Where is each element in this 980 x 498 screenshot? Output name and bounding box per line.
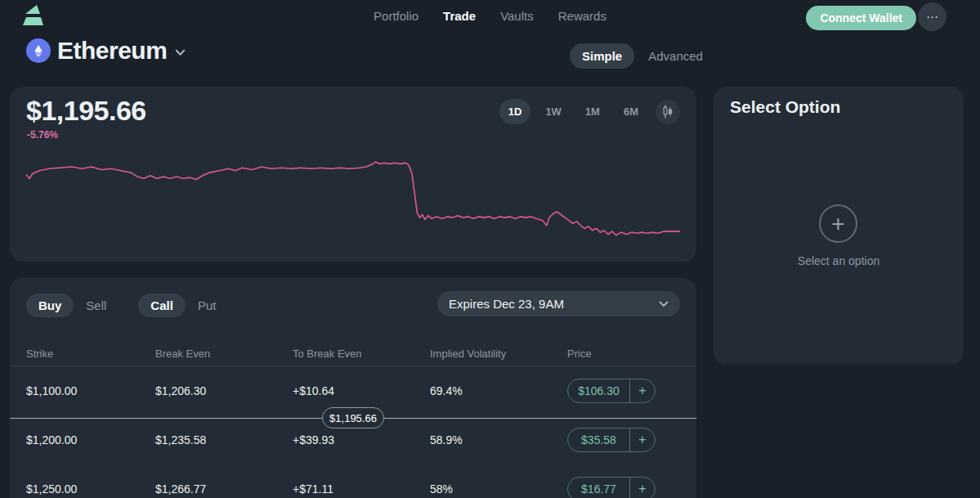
plus-icon: + <box>630 433 655 447</box>
cell-break-even: $1,206.30 <box>155 384 293 397</box>
add-option-price-button[interactable]: $106.30 + <box>567 379 656 403</box>
option-table-body: $1,100.00 $1,206.30 +$10.64 69.4% $106.3… <box>10 366 696 498</box>
cell-strike: $1,200.00 <box>26 433 155 446</box>
cell-to-break-even: +$71.11 <box>293 482 430 496</box>
plus-icon: + <box>630 384 655 398</box>
mode-option-simple[interactable]: Simple <box>570 43 634 69</box>
cell-to-break-even: +$10.64 <box>293 384 430 397</box>
option-price-value: $35.58 <box>568 433 629 446</box>
panel-title: Select Option <box>730 97 840 117</box>
cell-implied-volatility: 58% <box>430 482 567 496</box>
nav-item-rewards[interactable]: Rewards <box>558 9 606 23</box>
range-1w[interactable]: 1W <box>536 99 571 124</box>
candlestick-icon <box>662 105 673 119</box>
header-price: Price <box>567 348 696 360</box>
nav-item-vaults[interactable]: Vaults <box>500 9 534 23</box>
plus-icon: + <box>630 482 655 496</box>
cell-break-even: $1,235.58 <box>155 433 293 446</box>
option-price-value: $16.77 <box>568 482 629 496</box>
spot-price-marker: $1,195.66 <box>322 407 384 428</box>
more-options-button[interactable]: ⋯ <box>918 2 946 31</box>
add-option-price-button[interactable]: $16.77 + <box>567 477 656 498</box>
cell-implied-volatility: 58.9% <box>430 433 567 446</box>
price-chart-card: $1,195.66 -5.76% 1D 1W 1M 6M <box>10 87 696 262</box>
select-option-panel: Select Option + Select an option <box>714 87 964 365</box>
expiry-dropdown[interactable]: Expires Dec 23, 9AM <box>437 291 680 316</box>
header-to-break-even: To Break Even <box>293 348 430 360</box>
connect-wallet-button[interactable]: Connect Wallet <box>806 6 916 30</box>
nav-item-trade[interactable]: Trade <box>443 9 476 23</box>
range-1m[interactable]: 1M <box>576 99 609 124</box>
price-change: -5.76% <box>27 129 58 141</box>
asset-selector[interactable]: Ethereum <box>26 37 186 65</box>
candlestick-view-button[interactable] <box>656 100 680 124</box>
option-table-header: Strike Break Even To Break Even Implied … <box>10 341 696 366</box>
price-chart <box>26 157 680 250</box>
mode-option-advanced[interactable]: Advanced <box>636 43 715 69</box>
header-strike: Strike <box>26 348 155 360</box>
side-option-sell[interactable]: Sell <box>74 294 119 317</box>
side-option-buy[interactable]: Buy <box>26 294 74 317</box>
nav-item-portfolio[interactable]: Portfolio <box>374 9 418 23</box>
cell-strike: $1,250.00 <box>26 482 155 496</box>
cell-strike: $1,100.00 <box>26 384 155 397</box>
type-option-call[interactable]: Call <box>138 294 186 317</box>
type-option-put[interactable]: Put <box>186 294 229 317</box>
range-1d[interactable]: 1D <box>499 99 531 124</box>
spot-price: $1,195.66 <box>26 95 146 127</box>
expiry-label: Expires Dec 23, 9AM <box>449 297 564 311</box>
header-implied-volatility: Implied Volatility <box>430 348 567 360</box>
option-price-value: $106.30 <box>568 384 629 397</box>
chevron-down-icon <box>175 45 186 60</box>
cell-implied-volatility: 69.4% <box>430 384 567 397</box>
range-6m[interactable]: 6M <box>615 99 647 124</box>
header-break-even: Break Even <box>155 348 293 360</box>
cell-break-even: $1,266.77 <box>155 482 293 496</box>
trade-toggles: Buy Sell Call Put <box>26 294 228 317</box>
price-line-series <box>26 162 680 236</box>
option-table-row: $1,250.00 $1,266.77 +$71.11 58% $16.77 + <box>10 464 696 498</box>
add-option-price-button[interactable]: $35.58 + <box>567 428 656 452</box>
plus-circle-icon: + <box>819 204 857 243</box>
mode-toggle: Simple Advanced <box>570 43 715 69</box>
option-chain-card: Buy Sell Call Put Expires Dec 23, 9AM St… <box>10 278 696 498</box>
ethereum-icon <box>26 38 51 63</box>
chevron-down-icon <box>659 301 669 307</box>
time-range-toggle: 1D 1W 1M 6M <box>499 99 680 124</box>
asset-title: Ethereum <box>57 37 167 65</box>
empty-state-text: Select an option <box>714 254 964 267</box>
cell-to-break-even: +$39.93 <box>293 433 430 446</box>
